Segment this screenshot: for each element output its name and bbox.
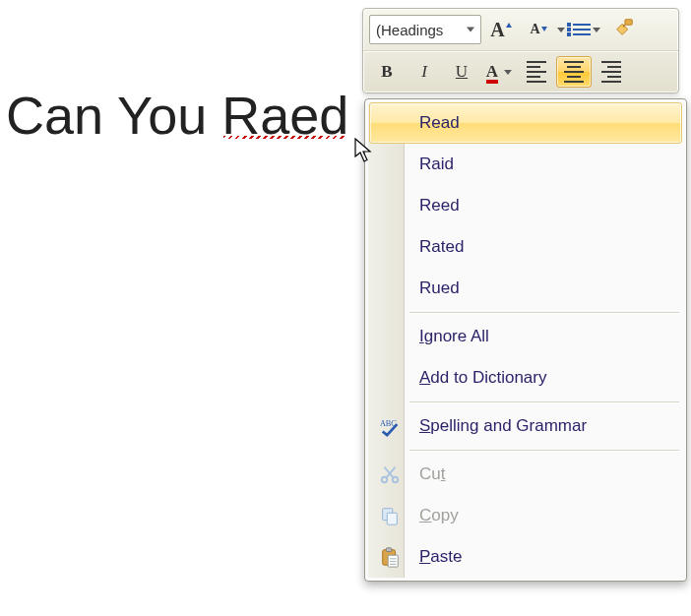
mini-toolbar-row-2: B I U A xyxy=(363,50,678,92)
arrow-up-icon xyxy=(506,23,512,28)
spell-suggestion-label: Reed xyxy=(419,196,460,216)
align-left-icon xyxy=(527,61,546,83)
underline-button[interactable]: U xyxy=(444,56,479,88)
font-name-text: (Headings xyxy=(376,22,443,38)
grow-font-icon: A xyxy=(490,19,504,41)
menu-separator xyxy=(409,312,679,313)
svg-line-6 xyxy=(385,467,394,478)
menu-item-label: Add to Dictionary xyxy=(419,368,546,388)
spell-suggestion-label: Rued xyxy=(419,278,460,298)
spellcheck-icon: ABC xyxy=(378,414,402,438)
cut-item: Cut xyxy=(369,454,682,495)
document-text-prefix: Can You xyxy=(6,86,221,145)
misspelled-word[interactable]: Raed xyxy=(221,86,348,145)
dropdown-caret-icon xyxy=(593,28,600,32)
format-painter-icon xyxy=(613,17,635,43)
mini-toolbar: (Headings A A B xyxy=(362,8,679,93)
add-to-dictionary-item[interactable]: Add to Dictionary xyxy=(369,357,682,399)
copy-item: Copy xyxy=(369,495,682,536)
paste-item[interactable]: Paste xyxy=(369,536,682,578)
spell-suggestion-item[interactable]: Reed xyxy=(369,185,682,226)
menu-separator xyxy=(409,450,679,451)
shrink-font-button[interactable]: A xyxy=(521,14,556,45)
spelling-grammar-item[interactable]: ABC Spelling and Grammar xyxy=(369,405,682,447)
menu-item-label: Ignore All xyxy=(419,327,489,346)
spell-suggestion-label: Raid xyxy=(419,154,454,174)
spell-suggestion-item[interactable]: Read xyxy=(369,102,682,144)
menu-item-label: Cut xyxy=(419,464,445,484)
menu-item-label: Paste xyxy=(419,547,462,567)
paste-icon xyxy=(378,545,402,569)
align-center-icon xyxy=(564,61,584,83)
svg-rect-8 xyxy=(387,513,397,524)
arrow-down-icon xyxy=(541,27,547,31)
bold-icon: B xyxy=(381,62,392,82)
italic-button[interactable]: I xyxy=(407,56,442,88)
shrink-font-icon: A xyxy=(530,22,539,37)
svg-rect-0 xyxy=(625,19,632,25)
dropdown-caret-icon[interactable] xyxy=(557,28,565,32)
menu-item-label: Spelling and Grammar xyxy=(419,416,587,436)
ignore-all-item[interactable]: Ignore All xyxy=(369,316,682,357)
mini-toolbar-row-1: (Headings A A xyxy=(363,9,678,50)
document-text[interactable]: Can You Raed xyxy=(6,85,348,146)
spell-suggestion-item[interactable]: Rued xyxy=(369,268,682,309)
svg-rect-10 xyxy=(386,548,392,552)
font-color-icon: A xyxy=(486,62,498,82)
bullet-list-button[interactable] xyxy=(569,14,604,45)
spell-suggestion-label: Rated xyxy=(419,237,464,257)
align-center-button[interactable] xyxy=(556,56,592,88)
format-painter-button[interactable] xyxy=(606,14,642,45)
spell-suggestion-item[interactable]: Raid xyxy=(369,144,682,185)
dropdown-caret-icon xyxy=(504,70,512,75)
italic-icon: I xyxy=(421,62,427,82)
menu-item-label: Copy xyxy=(419,506,459,525)
bold-button[interactable]: B xyxy=(369,56,405,88)
menu-separator xyxy=(409,401,679,402)
bullet-list-icon xyxy=(573,24,591,35)
spell-suggestion-item[interactable]: Rated xyxy=(369,226,682,268)
font-name-dropdown[interactable]: (Headings xyxy=(369,15,481,44)
scissors-icon xyxy=(378,462,402,486)
copy-icon xyxy=(378,504,402,527)
underline-icon: U xyxy=(456,62,468,82)
font-color-button[interactable]: A xyxy=(481,56,517,88)
svg-line-1 xyxy=(623,25,625,27)
grow-font-button[interactable]: A xyxy=(483,14,519,45)
align-right-icon xyxy=(601,61,621,83)
dropdown-caret-icon xyxy=(467,28,474,32)
svg-line-5 xyxy=(386,467,395,478)
align-left-button[interactable] xyxy=(519,56,554,88)
spell-suggestion-label: Read xyxy=(419,113,460,133)
spellcheck-context-menu: Read Raid Reed Rated Rued Ignore All Add… xyxy=(364,98,687,582)
align-right-button[interactable] xyxy=(594,56,629,88)
